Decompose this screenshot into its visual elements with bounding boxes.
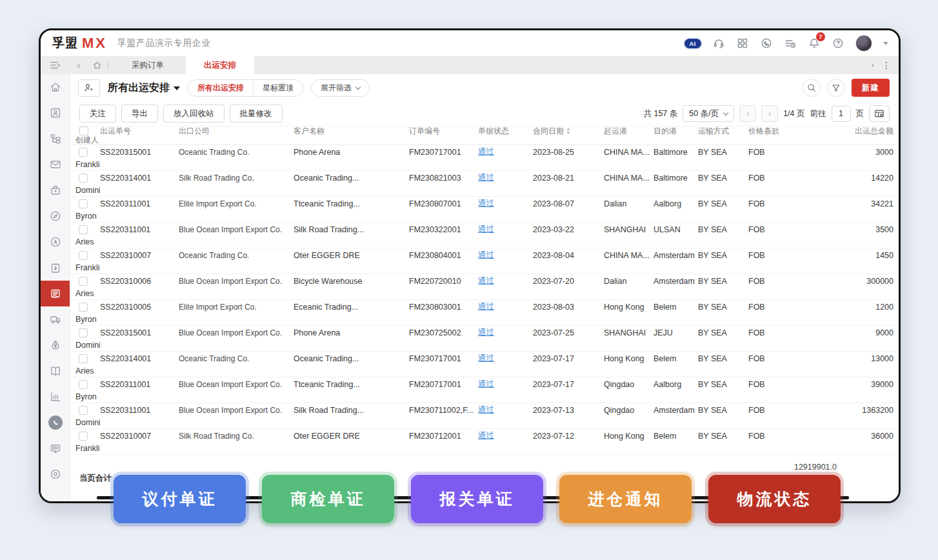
expand-filters-button[interactable]: 展开筛选 xyxy=(311,79,370,97)
recycle-bin-button[interactable]: 放入回收站 xyxy=(163,105,225,123)
status-link[interactable]: 通过 xyxy=(478,405,494,415)
sidebar-item-products[interactable] xyxy=(41,177,70,203)
table-row[interactable]: SS220310007 Silk Road Trading Co. Oter E… xyxy=(70,429,899,455)
status-link[interactable]: 通过 xyxy=(478,275,494,286)
row-checkbox[interactable] xyxy=(79,225,88,234)
row-checkbox[interactable] xyxy=(79,174,88,183)
col-port-loading[interactable]: 起运港 xyxy=(604,126,654,137)
flow-button-negotiation-docs[interactable]: 议付单证 xyxy=(114,475,246,523)
flow-button-warehouse-notice[interactable]: 进仓通知 xyxy=(559,475,692,523)
create-new-button[interactable]: 新建 xyxy=(852,79,890,97)
headset-support-icon[interactable] xyxy=(712,37,725,50)
sidebar-item-reports[interactable] xyxy=(41,384,70,410)
row-checkbox[interactable] xyxy=(79,406,88,415)
table-row[interactable]: SS220311001 Blue Ocean Import Export Co.… xyxy=(70,403,899,429)
sidebar-item-home[interactable] xyxy=(41,74,70,100)
collapse-sidebar-icon[interactable] xyxy=(41,56,70,74)
row-checkbox[interactable] xyxy=(79,354,88,363)
flow-button-customs-docs[interactable]: 报关单证 xyxy=(411,475,543,523)
tab-purchase-orders[interactable]: 采购订单 xyxy=(110,56,186,74)
row-checkbox[interactable] xyxy=(79,199,88,208)
next-page-button[interactable]: › xyxy=(761,105,778,122)
row-checkbox[interactable] xyxy=(79,277,88,286)
apps-grid-icon[interactable] xyxy=(736,37,749,50)
col-customer-name[interactable]: 客户名称 xyxy=(294,126,409,137)
col-export-company[interactable]: 出口公司 xyxy=(179,126,294,137)
table-row[interactable]: SS220314001 Oceanic Trading Co. Oceanic … xyxy=(70,352,899,377)
sidebar-item-orders[interactable] xyxy=(41,255,70,281)
table-row[interactable]: SS220311001 Blue Ocean Import Export Co.… xyxy=(70,223,899,248)
view-selector[interactable]: 所有出运安排 xyxy=(108,81,180,95)
notifications-bell-icon[interactable]: 7 xyxy=(808,37,821,50)
task-history-icon[interactable] xyxy=(784,37,797,50)
page-size-select[interactable]: 50 条/页 xyxy=(683,105,734,122)
follow-button[interactable]: 关注 xyxy=(79,105,116,123)
row-checkbox[interactable] xyxy=(79,251,88,260)
tab-forward-chevron-icon[interactable]: › xyxy=(872,61,874,70)
table-row[interactable]: SS220310006 Blue Ocean Import Export Co.… xyxy=(70,274,899,300)
col-price-terms[interactable]: 价格条款 xyxy=(748,126,837,137)
sidebar-item-devices[interactable] xyxy=(41,435,70,461)
batch-edit-button[interactable]: 批量修改 xyxy=(230,105,283,123)
sort-icon[interactable] xyxy=(566,128,570,134)
sidebar-item-whatsapp[interactable] xyxy=(41,410,70,435)
search-button[interactable] xyxy=(803,79,821,97)
prev-page-button[interactable]: ‹ xyxy=(739,105,756,122)
sidebar-item-logistics[interactable] xyxy=(41,306,70,332)
table-row[interactable]: SS220310005 Elite Import Export Co. Ecea… xyxy=(70,300,899,326)
table-row[interactable]: SS220315001 Oceanic Trading Co. Phone Ar… xyxy=(70,145,899,171)
col-contract-date[interactable]: 合同日期 xyxy=(533,126,604,137)
status-link[interactable]: 通过 xyxy=(478,146,494,157)
tab-shipping-arrangement[interactable]: 出运安排 xyxy=(186,56,254,74)
table-row[interactable]: SS220315001 Blue Ocean Import Export Co.… xyxy=(70,326,899,352)
sidebar-item-marketing[interactable] xyxy=(41,229,70,255)
table-row[interactable]: SS220314001 Silk Road Trading Co. Oceani… xyxy=(70,171,899,197)
table-row[interactable]: SS220311001 Elite Import Export Co. Ttce… xyxy=(70,197,899,223)
tab-back-chevron-icon[interactable]: ‹ xyxy=(70,60,87,70)
sidebar-item-shipping-active[interactable] xyxy=(41,281,70,306)
sidebar-item-ledger[interactable] xyxy=(41,358,70,384)
col-order-no[interactable]: 订单编号 xyxy=(409,126,478,137)
row-checkbox[interactable] xyxy=(79,328,88,337)
col-creator[interactable]: 创建人 xyxy=(70,135,100,146)
row-checkbox[interactable] xyxy=(79,303,88,312)
col-doc-status[interactable]: 单据状态 xyxy=(478,126,533,137)
sidebar-item-mail[interactable] xyxy=(41,152,70,177)
status-link[interactable]: 通过 xyxy=(478,198,494,209)
status-link[interactable]: 通过 xyxy=(478,379,494,390)
col-port-destination[interactable]: 目的港 xyxy=(654,126,698,137)
user-menu-chevron-icon[interactable] xyxy=(883,42,888,45)
column-settings-button[interactable] xyxy=(869,105,890,122)
tab-home-icon[interactable] xyxy=(87,61,106,70)
tab-more-icon[interactable]: ⋮ xyxy=(882,60,891,70)
status-link[interactable]: 通过 xyxy=(478,250,494,261)
table-row[interactable]: SS220311001 Blue Ocean Import Export Co.… xyxy=(70,377,899,403)
whatsapp-icon[interactable] xyxy=(760,37,773,50)
segment-all-shipping[interactable]: 所有出运安排 xyxy=(188,80,253,96)
table-row[interactable]: SS220310007 Oceanic Trading Co. Oter EGG… xyxy=(70,248,899,274)
col-shipment-no[interactable]: 出运单号 xyxy=(100,126,179,137)
col-transport-mode[interactable]: 运输方式 xyxy=(698,126,748,137)
sidebar-item-finance[interactable] xyxy=(41,332,70,358)
sidebar-item-contacts[interactable] xyxy=(41,100,70,126)
status-link[interactable]: 通过 xyxy=(478,430,494,441)
sidebar-item-compass[interactable] xyxy=(41,203,70,229)
export-button[interactable]: 导出 xyxy=(121,105,158,123)
filter-funnel-button[interactable] xyxy=(827,79,845,97)
help-icon[interactable] xyxy=(832,37,844,50)
row-checkbox[interactable] xyxy=(79,380,88,389)
status-link[interactable]: 通过 xyxy=(478,327,494,338)
owner-filter-button[interactable] xyxy=(78,79,100,97)
status-link[interactable]: 通过 xyxy=(478,353,494,364)
col-total-amount[interactable]: 出运总金额 xyxy=(837,126,899,137)
goto-page-input[interactable] xyxy=(832,106,851,122)
status-link[interactable]: 通过 xyxy=(478,224,494,235)
status-link[interactable]: 通过 xyxy=(478,172,494,183)
flow-button-logistics-status[interactable]: 物流状态 xyxy=(708,475,841,523)
row-checkbox[interactable] xyxy=(79,432,88,441)
sidebar-item-settings[interactable] xyxy=(41,461,70,487)
flow-button-inspection-docs[interactable]: 商检单证 xyxy=(262,475,394,523)
sidebar-item-org-structure[interactable] xyxy=(41,126,70,152)
row-checkbox[interactable] xyxy=(79,148,88,157)
segment-starred-top[interactable]: 星标置顶 xyxy=(253,80,303,96)
